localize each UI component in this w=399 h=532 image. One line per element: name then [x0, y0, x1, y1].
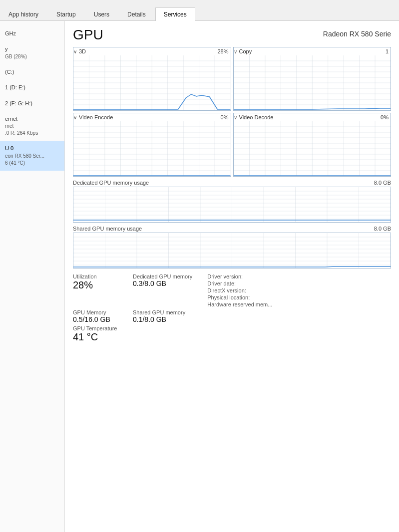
driver-date-label: Driver date:: [207, 280, 272, 286]
graph-copy-canvas: [234, 55, 391, 110]
tab-details[interactable]: Details: [119, 7, 154, 21]
graph-video-decode: ∨ Video Decode 0%: [233, 113, 392, 177]
graph-video-decode-canvas: [234, 121, 391, 176]
content-header: GPU Radeon RX 580 Serie: [73, 27, 391, 43]
gpu-temp-value: 41 °C: [73, 331, 123, 343]
chevron-video-decode: ∨: [234, 115, 237, 120]
shared-memory-max: 8.0 GB: [374, 226, 391, 232]
graph-3d-percent: 28%: [217, 48, 228, 54]
dedicated-memory-graph: [73, 187, 391, 223]
gpu-temp-label: GPU Temperature: [73, 325, 123, 331]
tab-users[interactable]: Users: [85, 7, 118, 21]
stats-section: Utilization 28% Dedicated GPU memory 0.3…: [73, 273, 391, 307]
graph-3d-canvas: [73, 55, 231, 110]
shared-memory-section: Shared GPU memory usage 8.0 GB: [73, 226, 391, 268]
chevron-3d: ∨: [73, 49, 77, 54]
shared-memory-stat-value: 0.1/8.0 GB: [133, 315, 185, 323]
directx-label: DirectX version:: [207, 287, 272, 293]
stat-shared-memory: Shared GPU memory 0.1/8.0 GB: [133, 309, 185, 323]
tab-app-history[interactable]: App history: [0, 7, 47, 21]
gpu-memory-value: 0.5/16.0 GB: [73, 315, 123, 323]
sidebar-item-memory[interactable]: y GB (28%): [0, 41, 64, 64]
graph-video-encode-percent: 0%: [221, 114, 229, 120]
graph-video-encode: ∨ Video Encode 0%: [73, 113, 231, 177]
tab-bar: App history Startup Users Details Servic…: [0, 0, 399, 21]
tab-startup[interactable]: Startup: [48, 7, 84, 21]
dedicated-memory-max: 8.0 GB: [374, 180, 391, 186]
gpu-title: GPU: [73, 27, 103, 43]
main-layout: GHz y GB (28%) (C:) 1 (D: E:) 2 (F: G: H…: [0, 21, 399, 532]
graph-copy-label: Copy: [239, 48, 252, 54]
hardware-reserved-label: Hardware reserved mem...: [207, 301, 272, 307]
shared-memory-stat-label: Shared GPU memory: [133, 309, 185, 315]
graphs-section: ∨ 3D 28%: [73, 47, 391, 268]
driver-version-label: Driver version:: [207, 273, 272, 279]
gpu-model: Radeon RX 580 Serie: [323, 30, 391, 38]
graph-video-encode-label: Video Encode: [79, 114, 113, 120]
chevron-video-encode: ∨: [73, 115, 77, 120]
sidebar-item-ghz[interactable]: GHz: [0, 26, 64, 41]
stats-row-2: GPU Memory 0.5/16.0 GB Shared GPU memory…: [73, 309, 391, 323]
utilization-label: Utilization: [73, 273, 123, 279]
sidebar-item-c[interactable]: (C:): [0, 64, 64, 80]
dedicated-memory-stat-value: 0.3/8.0 GB: [133, 279, 192, 287]
graph-video-decode-label: Video Decode: [239, 114, 274, 120]
graph-3d-label: 3D: [79, 48, 86, 54]
graph-row-1: ∨ 3D 28%: [73, 47, 391, 111]
graph-3d: ∨ 3D 28%: [73, 47, 231, 111]
graph-row-2: ∨ Video Encode 0%: [73, 113, 391, 177]
dedicated-memory-stat-label: Dedicated GPU memory: [133, 273, 192, 279]
dedicated-memory-section: Dedicated GPU memory usage 8.0 GB: [73, 180, 391, 223]
shared-memory-label: Shared GPU memory usage: [73, 226, 142, 232]
sidebar: GHz y GB (28%) (C:) 1 (D: E:) 2 (F: G: H…: [0, 21, 65, 532]
stat-driver: Driver version: Driver date: DirectX ver…: [207, 273, 272, 307]
stat-gpu-temp: GPU Temperature 41 °C: [73, 325, 123, 343]
stat-dedicated-memory: Dedicated GPU memory 0.3/8.0 GB: [133, 273, 192, 307]
gpu-memory-label: GPU Memory: [73, 309, 123, 315]
sidebar-item-fgh[interactable]: 2 (F: G: H:): [0, 96, 64, 111]
stats-row-3: GPU Temperature 41 °C: [73, 325, 391, 343]
shared-memory-graph: [73, 233, 391, 268]
stat-gpu-memory: GPU Memory 0.5/16.0 GB: [73, 309, 123, 323]
graph-video-encode-canvas: [73, 121, 231, 176]
graph-copy-percent: 1: [386, 48, 389, 54]
dedicated-memory-label: Dedicated GPU memory usage: [73, 180, 149, 186]
stat-utilization: Utilization 28%: [73, 273, 123, 307]
sidebar-item-gpu[interactable]: U 0 eon RX 580 Ser...6 (41 °C): [0, 141, 64, 170]
graph-copy: ∨ Copy 1: [233, 47, 392, 111]
physical-location-label: Physical location:: [207, 294, 272, 300]
tab-services[interactable]: Services: [155, 7, 195, 21]
graph-video-decode-percent: 0%: [381, 114, 389, 120]
utilization-value: 28%: [73, 279, 123, 291]
sidebar-item-ethernet[interactable]: ernet rnet.0 R: 264 Kbps: [0, 111, 64, 141]
sidebar-item-de[interactable]: 1 (D: E:): [0, 80, 64, 95]
chevron-copy: ∨: [234, 49, 237, 54]
content: GPU Radeon RX 580 Serie ∨ 3D 28%: [65, 21, 399, 532]
